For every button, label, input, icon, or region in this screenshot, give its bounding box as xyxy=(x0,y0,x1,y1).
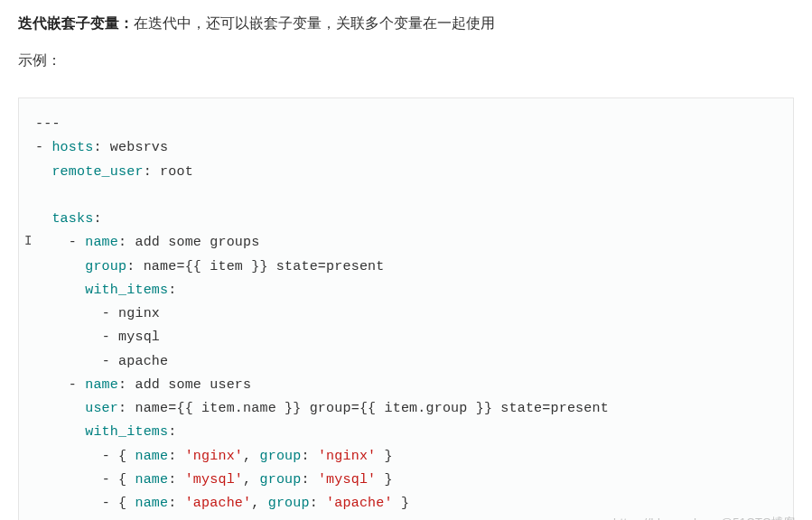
heading-bold: 迭代嵌套子变量： xyxy=(18,15,134,31)
code-block: --- - hosts: websrvs remote_user: root t… xyxy=(18,98,794,520)
task2-user-val: name={{ item.name }} group={{ item.group… xyxy=(135,401,608,416)
task1-name-val: add some groups xyxy=(135,235,259,250)
watermark-right: @51CTO博客 xyxy=(721,515,796,520)
task2-name-key: name xyxy=(85,377,118,393)
val-remote-user: root xyxy=(160,164,193,180)
d2-name-v: 'mysql' xyxy=(185,472,243,488)
key-remote-user: remote_user xyxy=(51,164,143,180)
heading-line: 迭代嵌套子变量：在迭代中，还可以嵌套子变量，关联多个变量在一起使用 xyxy=(18,11,794,35)
watermark-left: https://blog.csdn.ne xyxy=(613,515,721,520)
heading-rest: 在迭代中，还可以嵌套子变量，关联多个变量在一起使用 xyxy=(134,15,495,31)
d1-name-v: 'nginx' xyxy=(185,449,243,464)
yaml-doc-start: --- xyxy=(35,116,61,132)
d2-group-v: 'mysql' xyxy=(318,472,376,488)
d1-group-v: 'nginx' xyxy=(318,449,376,464)
example-label: 示例： xyxy=(18,51,794,70)
task2-name-val: add some users xyxy=(135,377,251,393)
key-hosts: hosts xyxy=(51,140,93,155)
task1-group-key: group xyxy=(85,259,126,274)
key-tasks: tasks xyxy=(51,211,93,227)
d2-name-k: name xyxy=(135,472,168,488)
d3-group-v: 'apache' xyxy=(326,496,393,511)
d1-group-k: group xyxy=(259,449,301,464)
val-hosts: websrvs xyxy=(110,140,168,155)
task2-user-key: user xyxy=(85,401,118,416)
task1-name-key: name xyxy=(85,235,118,250)
task2-withitems-key: with_items xyxy=(85,424,168,440)
watermark: https://blog.csdn.ne@51CTO博客 xyxy=(613,515,796,520)
d3-group-k: group xyxy=(268,496,310,511)
task1-withitems-key: with_items xyxy=(85,283,168,298)
d2-group-k: group xyxy=(259,472,301,488)
task1-item1: nginx xyxy=(118,306,160,321)
task1-group-val: name={{ item }} state=present xyxy=(144,259,385,274)
d1-name-k: name xyxy=(135,449,168,464)
text-cursor-icon: I xyxy=(24,233,32,247)
d3-name-k: name xyxy=(135,496,168,511)
d3-name-v: 'apache' xyxy=(185,496,252,511)
task1-item3: apache xyxy=(118,354,168,369)
task1-item2: mysql xyxy=(118,330,160,345)
